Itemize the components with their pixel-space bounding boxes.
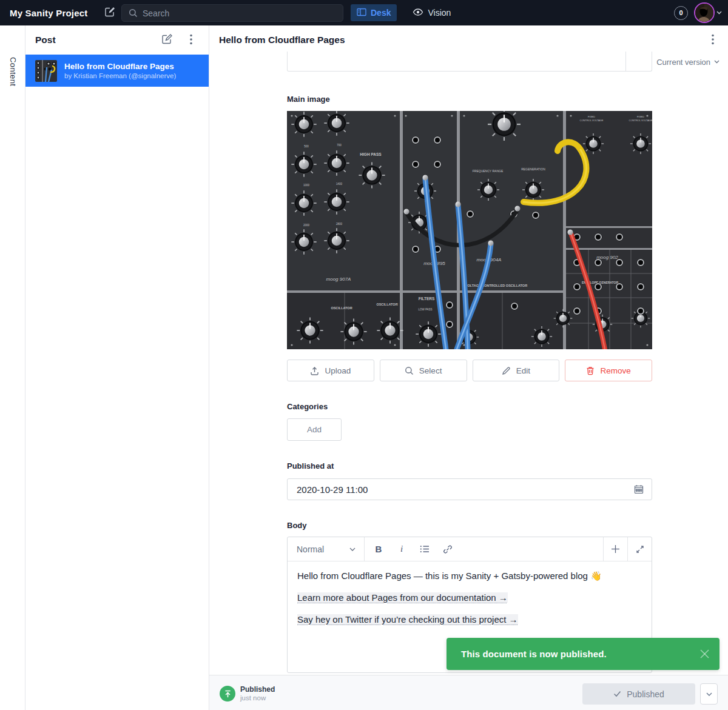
svg-text:FIXED: FIXED [637,115,644,118]
sanity-studio: My Sanity Project [0,0,728,710]
publish-button[interactable]: Published [582,683,695,705]
project-title[interactable]: My Sanity Project [10,8,87,18]
vision-icon [413,8,423,18]
search-input-wrap [121,4,343,22]
toast-message: This document is now published. [461,649,699,659]
svg-text:LOW PASS: LOW PASS [418,308,432,311]
search-icon [129,8,138,18]
content-rail: Content [0,25,25,710]
svg-text:CONTROL VOLTAGE: CONTROL VOLTAGE [580,119,604,122]
title-field-cropped[interactable] [287,52,652,72]
body-content[interactable]: Hello from Cloudflare Pages — this is my… [288,561,652,643]
body-toolbar: Normal B i [288,537,652,561]
tab-desk[interactable]: Desk [351,4,397,21]
italic-button[interactable]: i [393,540,411,558]
chevron-down-icon [714,60,720,64]
publish-icon [220,686,235,702]
edit-icon [502,366,511,375]
text-style-value: Normal [297,544,324,554]
text-style-select[interactable]: Normal [288,537,365,561]
field-label-published-at: Published at [287,461,334,471]
upload-icon [310,366,319,375]
svg-text:VOLTAGE CONTROLLED OSCILLATOR: VOLTAGE CONTROLLED OSCILLATOR [465,284,527,287]
body-link-twitter[interactable]: Say hey on Twitter if you're checking ou… [297,614,518,625]
link-icon [443,544,453,554]
workspace-tabs: Desk Vision [351,4,457,21]
list-item-post[interactable]: Hello from Cloudflare Pages by Kristian … [25,55,209,87]
post-list-panel: Post [25,25,209,710]
content-rail-label[interactable]: Content [8,57,18,86]
close-icon [699,649,710,659]
upload-button[interactable]: Upload [287,360,374,381]
bold-button[interactable]: B [369,540,388,558]
svg-text:REGENERATION: REGENERATION [521,167,545,171]
remove-button[interactable]: Remove [565,360,652,381]
chevron-down-icon [349,548,356,551]
new-document-button[interactable] [102,5,118,21]
body-link-documentation[interactable]: Learn more about Pages from our document… [297,592,508,603]
document-menu-button[interactable] [705,32,721,48]
compose-icon [104,6,116,19]
user-menu[interactable] [694,2,722,23]
svg-text:700: 700 [337,144,342,147]
avatar [694,2,715,23]
svg-text:2000: 2000 [303,224,310,227]
topbar: My Sanity Project [0,0,728,25]
insert-block-button[interactable] [603,537,627,561]
post-thumbnail [35,60,57,82]
version-label: Current version [656,58,710,67]
add-category-button[interactable]: Add [287,418,342,441]
field-divider [625,52,626,71]
status-badge[interactable]: 0 [674,6,688,20]
published-at-field [287,478,652,500]
svg-text:1000: 1000 [303,184,310,187]
field-label-categories: Categories [287,402,328,411]
toast-published: This document is now published. [447,638,720,670]
search-input[interactable] [143,8,343,18]
expand-editor-button[interactable] [627,537,652,561]
edit-button[interactable]: Edit [473,360,560,381]
add-block-icon [611,544,620,554]
publish-button-label: Published [627,689,664,699]
chevron-down-icon [706,692,712,696]
toast-close-button[interactable] [699,649,710,659]
bullet-list-icon [420,545,430,553]
link-button[interactable] [439,540,457,558]
image-actions: Upload Select Edit Remove [287,360,652,381]
svg-text:OSCILLATOR: OSCILLATOR [376,303,397,306]
document-panel: Hello from Cloudflare Pages Current vers… [209,25,728,710]
desk-icon [357,8,366,18]
post-item-title: Hello from Cloudflare Pages [64,61,176,72]
calendar-icon[interactable] [634,484,644,494]
svg-text:FREQUENCY RANGE: FREQUENCY RANGE [473,169,504,173]
upload-label: Upload [325,366,351,375]
svg-text:CONTROL VOLTAGE: CONTROL VOLTAGE [629,119,652,122]
remove-icon [586,366,595,375]
expand-icon [636,545,644,554]
post-item-subtitle: by Kristian Freeman (@signalnerve) [64,72,176,81]
document-header: Hello from Cloudflare Pages [209,25,728,55]
tab-vision-label: Vision [428,8,451,18]
svg-text:FIXED: FIXED [588,115,595,118]
body-paragraph[interactable]: Hello from Cloudflare Pages — this is my… [297,569,642,583]
new-post-button[interactable] [159,32,175,48]
select-label: Select [419,366,442,375]
post-panel-header: Post [25,25,209,55]
select-button[interactable]: Select [380,360,467,381]
publish-menu-button[interactable] [700,683,718,705]
field-label-main-image: Main image [287,95,330,104]
check-icon [613,691,621,697]
chevron-down-icon [716,11,722,15]
svg-text:2800: 2800 [336,223,343,226]
publish-status-label: Published [240,685,275,694]
svg-text:1400: 1400 [336,183,343,186]
svg-text:HIGH PASS: HIGH PASS [360,152,382,156]
main-image-preview[interactable]: HIGH PASS FREQUENCY RANGE REGENERATION F… [287,111,652,349]
tab-vision[interactable]: Vision [406,4,457,21]
bullet-list-button[interactable] [416,540,434,558]
select-icon [405,366,414,375]
version-selector[interactable]: Current version [656,55,720,69]
panel-title: Post [35,35,159,45]
published-at-input[interactable] [297,484,634,495]
post-panel-menu-button[interactable] [183,32,199,48]
